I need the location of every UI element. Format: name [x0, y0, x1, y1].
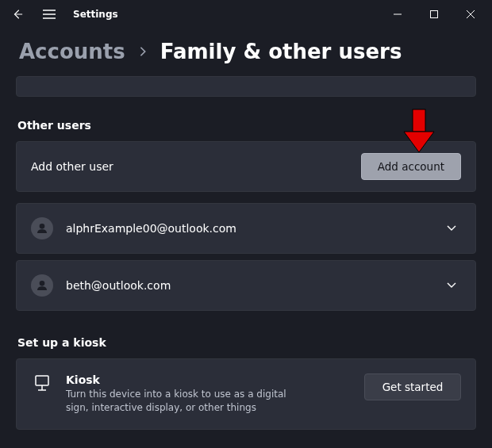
chevron-down-icon: [442, 224, 461, 232]
get-started-button[interactable]: Get started: [364, 373, 461, 400]
section-label-other-users: Other users: [17, 119, 476, 132]
user-row[interactable]: beth@outlook.com: [16, 260, 476, 311]
kiosk-icon: [31, 373, 53, 392]
menu-button[interactable]: [35, 0, 63, 29]
add-account-button[interactable]: Add account: [361, 153, 461, 180]
svg-rect-9: [36, 376, 48, 385]
breadcrumb-parent[interactable]: Accounts: [19, 40, 125, 63]
chevron-right-icon: [138, 44, 148, 60]
collapsed-card[interactable]: [16, 76, 476, 97]
window-title: Settings: [73, 9, 118, 20]
close-button[interactable]: [452, 0, 489, 29]
add-other-user-row: Add other user Add account: [16, 141, 476, 192]
back-button[interactable]: [3, 0, 32, 29]
maximize-button[interactable]: [416, 0, 452, 29]
user-row[interactable]: alphrExample00@outlook.com: [16, 203, 476, 254]
kiosk-title: Kiosk: [66, 373, 312, 386]
section-label-kiosk: Set up a kiosk: [17, 336, 476, 349]
svg-rect-4: [431, 11, 438, 18]
user-avatar-icon: [31, 274, 53, 297]
minimize-button[interactable]: [379, 0, 416, 29]
breadcrumb: Accounts Family & other users: [0, 29, 492, 76]
kiosk-row: Kiosk Turn this device into a kiosk to u…: [16, 358, 476, 430]
chevron-down-icon: [442, 281, 461, 289]
breadcrumb-current: Family & other users: [160, 40, 402, 63]
titlebar: Settings: [0, 0, 492, 29]
svg-point-7: [40, 224, 44, 228]
user-email: alphrExample00@outlook.com: [66, 222, 236, 235]
svg-point-8: [40, 281, 44, 285]
kiosk-description: Turn this device into a kiosk to use as …: [66, 388, 312, 415]
user-avatar-icon: [31, 217, 53, 239]
user-email: beth@outlook.com: [66, 279, 171, 292]
add-other-user-label: Add other user: [31, 160, 113, 173]
